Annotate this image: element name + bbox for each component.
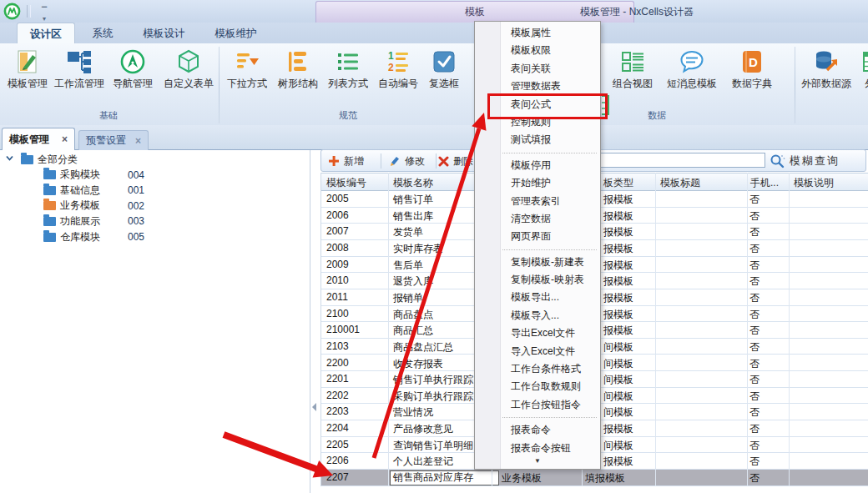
column-header-模板名称[interactable]: 模板名称 (393, 176, 433, 190)
checkbox-icon (430, 48, 458, 76)
template-name-editbox[interactable]: 销售商品对应库存 (390, 470, 499, 485)
menu-separator (475, 414, 600, 421)
menu-item-模板权限[interactable]: 模板权限 (475, 42, 600, 59)
cell-template-type: 报模板 (603, 259, 633, 273)
menu-item-导入Excel文件[interactable]: 导入Excel文件 (475, 343, 600, 360)
ribbon-button-模板管理[interactable]: 模板管理 (3, 45, 52, 105)
ribbon-button-label: 数据字典 (728, 77, 776, 91)
menu-item-开始维护[interactable]: 开始维护 (475, 174, 600, 192)
tree-root-item[interactable]: 全部分类 (0, 152, 314, 167)
ribbon-button-数据字典[interactable]: D数据字典 (728, 45, 776, 105)
menu-item-报表命令按钮[interactable]: 报表命令按钮 (475, 440, 600, 457)
list-mode-icon (334, 48, 362, 76)
column-gridline (789, 173, 790, 486)
menu-separator (475, 246, 600, 254)
ribbon-button-label: 导航管理 (108, 77, 157, 91)
close-icon[interactable]: × (130, 135, 141, 147)
tree-item-采购模块[interactable]: 采购模块004 (0, 168, 352, 183)
cell-template-name: 报销单 (393, 291, 423, 305)
删除-button[interactable]: 删除 (438, 153, 473, 169)
ribbon-button-label: 组合视图 (608, 77, 657, 91)
menu-item-清空数据[interactable]: 清空数据 (475, 210, 600, 228)
ribbon-button-树形结构[interactable]: 树形结构 (274, 45, 322, 105)
combo-view-icon (618, 48, 647, 76)
chevron-down-icon[interactable] (5, 153, 14, 165)
tree-item-功能展示[interactable]: 功能展示003 (0, 214, 352, 229)
ribbon-button-label: 工作流管理 (51, 77, 108, 91)
ribbon-tab-模板设计[interactable]: 模板设计 (131, 23, 198, 43)
ribbon-button-导航管理[interactable]: 导航管理 (108, 45, 157, 105)
ribbon-button-工作流管理[interactable]: 工作流管理 (51, 45, 108, 105)
cell-mobile: 否 (749, 274, 760, 289)
cell-mobile: 否 (749, 308, 760, 322)
cell-template-category: 业务模板 (502, 471, 542, 485)
ribbon-tab-系统[interactable]: 系统 (80, 23, 126, 43)
ribbon-button-复选框[interactable]: 复选框 (423, 45, 465, 105)
新增-button[interactable]: 新增 (328, 153, 364, 169)
menu-item-工作台按钮指令[interactable]: 工作台按钮指令 (475, 396, 600, 414)
cell-template-code: 2011 (326, 291, 348, 303)
column-header-模板说明[interactable]: 模板说明 (794, 176, 834, 190)
cell-template-name: 发货单 (393, 225, 423, 239)
column-header-模板标题[interactable]: 模板标题 (660, 176, 700, 190)
ribbon-tab-设计区[interactable]: 设计区 (17, 23, 75, 44)
tree-item-label: 采购模块 (60, 168, 100, 182)
menu-item-网页界面[interactable]: 网页界面 (475, 228, 600, 245)
tree-item-基础信息[interactable]: 基础信息001 (0, 183, 352, 198)
quick-access-dropdown-icon[interactable]: ▔▾ (38, 7, 50, 23)
splitter-collapse-handle[interactable] (312, 403, 316, 411)
tree-item-code: 003 (128, 215, 144, 227)
tree-item-code: 004 (128, 169, 144, 181)
menu-item-复制模板-新建表[interactable]: 复制模板-新建表 (475, 254, 600, 271)
cell-mobile: 否 (749, 390, 760, 404)
cell-mobile: 否 (749, 340, 760, 355)
fuzzy-search-button[interactable]: 模糊查询 (769, 152, 840, 169)
divider (30, 5, 31, 18)
ribbon-button-外部[interactable]: 外部 (845, 45, 868, 105)
menu-item-测试填报[interactable]: 测试填报 (475, 131, 600, 148)
menu-scroll-down-icon[interactable]: ▼ (475, 457, 600, 466)
ribbon-tab-模板维护[interactable]: 模板维护 (203, 23, 270, 43)
doc-tab-模板管理[interactable]: 模板管理× (2, 128, 75, 150)
menu-item-工作台条件格式[interactable]: 工作台条件格式 (475, 360, 600, 378)
toolbar-button-label: 新增 (344, 154, 364, 169)
template-manage-icon (13, 48, 42, 76)
tree-item-业务模板[interactable]: 业务模板002 (0, 199, 352, 214)
toolbar-button-label: 修改 (405, 154, 425, 169)
cell-template-name: 销售订单 (393, 193, 433, 207)
cell-mobile: 否 (749, 193, 760, 207)
menu-item-管理表索引[interactable]: 管理表索引 (475, 193, 600, 210)
cell-template-code: 2206 (326, 455, 349, 466)
close-icon[interactable]: × (57, 133, 68, 145)
ribbon-button-列表方式[interactable]: 列表方式 (324, 45, 372, 105)
cell-template-name: 销售订单执行跟踪 (393, 373, 473, 387)
cell-template-type: 报模板 (603, 209, 633, 224)
ribbon-button-组合视图[interactable]: 组合视图 (608, 45, 657, 105)
tree-item-仓库模块[interactable]: 仓库模块005 (0, 229, 352, 244)
ribbon-button-下拉方式[interactable]: 下拉方式 (223, 45, 271, 105)
menu-item-模板属性[interactable]: 模板属性 (475, 24, 600, 42)
ribbon-button-自动编号[interactable]: 12自动编号 (374, 45, 422, 105)
table-row[interactable]: 2207销售商品对应库存业务模板填报模板否 (321, 470, 868, 486)
doc-tab-预警设置[interactable]: 预警设置× (78, 130, 149, 150)
ribbon-button-自定义表单[interactable]: 自定义表单 (160, 45, 217, 105)
cell-template-type: 报模板 (603, 291, 633, 305)
menu-item-模板导入...[interactable]: 模板导入... (475, 307, 600, 324)
cell-template-type: 填报模板 (585, 471, 625, 485)
menu-item-工作台取数规则[interactable]: 工作台取数规则 (475, 378, 600, 395)
pencil-icon (388, 155, 401, 168)
column-gridline (655, 173, 656, 486)
cell-template-type: 报模板 (603, 308, 633, 322)
column-header-手机...[interactable]: 手机... (750, 176, 779, 190)
menu-item-表间关联[interactable]: 表间关联 (475, 60, 600, 78)
column-header-板类型[interactable]: 板类型 (603, 176, 633, 190)
menu-item-导出Excel文件[interactable]: 导出Excel文件 (475, 324, 600, 342)
menu-item-模板导出...[interactable]: 模板导出... (475, 289, 600, 306)
column-header-模板编号[interactable]: 模板编号 (326, 176, 366, 190)
menu-item-报表命令[interactable]: 报表命令 (475, 421, 600, 439)
menu-item-模板停用[interactable]: 模板停用 (475, 157, 600, 174)
menu-item-复制模板-映射表[interactable]: 复制模板-映射表 (475, 271, 600, 289)
修改-button[interactable]: 修改 (388, 153, 425, 169)
ribbon-button-短消息模板[interactable]: 短消息模板 (663, 45, 721, 105)
tree-item-label: 业务模板 (60, 199, 100, 213)
